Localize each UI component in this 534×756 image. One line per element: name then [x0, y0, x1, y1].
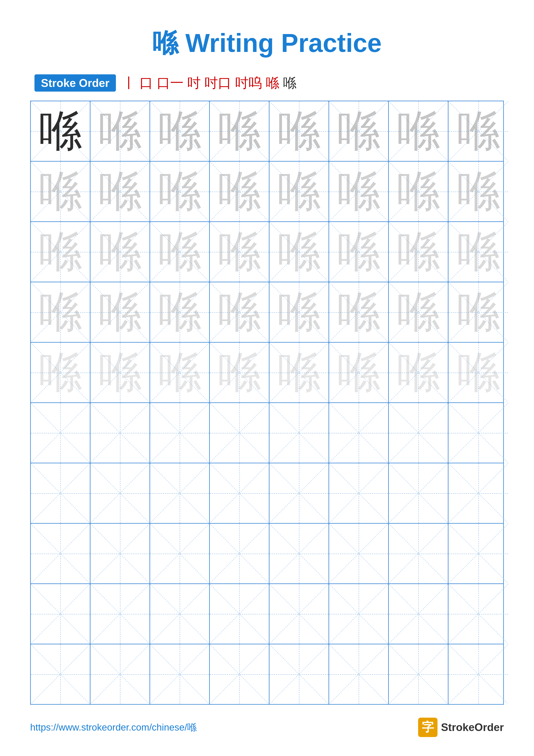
grid-cell-2-5[interactable]: 喺	[269, 162, 329, 221]
grid-cell-8-7[interactable]	[389, 524, 448, 583]
grid-cell-7-2[interactable]	[90, 463, 150, 523]
grid-cell-2-2[interactable]: 喺	[90, 162, 150, 221]
grid-cell-8-6[interactable]	[329, 524, 389, 583]
svg-line-133	[150, 584, 209, 644]
grid-cell-2-1[interactable]: 喺	[31, 162, 90, 221]
grid-cell-7-3[interactable]	[150, 463, 210, 523]
grid-cell-8-5[interactable]	[269, 524, 329, 583]
grid-cell-3-2[interactable]: 喺	[90, 222, 150, 282]
grid-cell-3-3[interactable]: 喺	[150, 222, 210, 282]
svg-line-102	[210, 463, 269, 523]
grid-cell-8-2[interactable]	[90, 524, 150, 583]
svg-line-81	[31, 403, 90, 463]
grid-cell-6-4[interactable]	[210, 403, 269, 463]
grid-cell-5-3[interactable]: 喺	[150, 343, 210, 402]
footer-url[interactable]: https://www.strokeorder.com/chinese/喺	[30, 721, 197, 734]
svg-line-118	[210, 524, 269, 583]
grid-cell-9-7[interactable]	[389, 584, 448, 644]
stroke-step-4: 吋	[188, 74, 201, 92]
grid-cell-5-2[interactable]: 喺	[90, 343, 150, 402]
grid-cell-9-3[interactable]	[150, 584, 210, 644]
grid-row-6	[31, 403, 503, 463]
svg-line-141	[389, 584, 448, 644]
svg-line-147	[90, 644, 149, 704]
svg-line-104	[269, 463, 328, 523]
grid-cell-2-7[interactable]: 喺	[389, 162, 448, 221]
grid-cell-4-8[interactable]: 喺	[448, 282, 508, 342]
logo-text: StrokeOrder	[441, 721, 504, 734]
grid-cell-4-1[interactable]: 喺	[31, 282, 90, 342]
grid-cell-9-4[interactable]	[210, 584, 269, 644]
grid-cell-4-7[interactable]: 喺	[389, 282, 448, 342]
grid-cell-7-1[interactable]	[31, 463, 90, 523]
grid-cell-2-6[interactable]: 喺	[329, 162, 389, 221]
grid-cell-3-1[interactable]: 喺	[31, 222, 90, 282]
grid-cell-9-5[interactable]	[269, 584, 329, 644]
grid-cell-2-8[interactable]: 喺	[448, 162, 508, 221]
grid-cell-4-2[interactable]: 喺	[90, 282, 150, 342]
grid-cell-10-2[interactable]	[90, 644, 150, 704]
grid-cell-5-5[interactable]: 喺	[269, 343, 329, 402]
svg-line-98	[90, 463, 149, 523]
grid-cell-1-4[interactable]: 喺	[210, 101, 269, 161]
grid-row-1: 喺 喺 喺 喺	[31, 101, 503, 162]
grid-cell-10-3[interactable]	[150, 644, 210, 704]
grid-cell-7-5[interactable]	[269, 463, 329, 523]
char-light: 喺	[98, 102, 141, 160]
grid-cell-2-3[interactable]: 喺	[150, 162, 210, 221]
grid-cell-6-2[interactable]	[90, 403, 150, 463]
grid-cell-5-8[interactable]: 喺	[448, 343, 508, 402]
grid-cell-1-8[interactable]: 喺	[448, 101, 508, 161]
grid-cell-5-6[interactable]: 喺	[329, 343, 389, 402]
grid-cell-4-6[interactable]: 喺	[329, 282, 389, 342]
grid-cell-10-7[interactable]	[389, 644, 448, 704]
grid-cell-6-1[interactable]	[31, 403, 90, 463]
grid-cell-10-4[interactable]	[210, 644, 269, 704]
grid-cell-10-5[interactable]	[269, 644, 329, 704]
grid-cell-1-1[interactable]: 喺	[31, 101, 90, 161]
grid-cell-8-8[interactable]	[448, 524, 508, 583]
svg-line-111	[448, 463, 508, 523]
grid-cell-5-7[interactable]: 喺	[389, 343, 448, 402]
grid-cell-8-3[interactable]	[150, 524, 210, 583]
grid-cell-10-1[interactable]	[31, 644, 90, 704]
svg-line-149	[150, 644, 209, 704]
grid-cell-5-1[interactable]: 喺	[31, 343, 90, 402]
grid-cell-8-4[interactable]	[210, 524, 269, 583]
grid-cell-5-4[interactable]: 喺	[210, 343, 269, 402]
grid-cell-9-2[interactable]	[90, 584, 150, 644]
svg-line-137	[269, 584, 328, 644]
grid-cell-2-4[interactable]: 喺	[210, 162, 269, 221]
grid-cell-3-7[interactable]: 喺	[389, 222, 448, 282]
grid-cell-7-8[interactable]	[448, 463, 508, 523]
grid-cell-7-7[interactable]	[389, 463, 448, 523]
grid-cell-6-3[interactable]	[150, 403, 210, 463]
grid-cell-4-3[interactable]: 喺	[150, 282, 210, 342]
grid-cell-3-4[interactable]: 喺	[210, 222, 269, 282]
grid-cell-1-2[interactable]: 喺	[90, 101, 150, 161]
grid-cell-3-5[interactable]: 喺	[269, 222, 329, 282]
grid-cell-6-5[interactable]	[269, 403, 329, 463]
grid-cell-7-4[interactable]	[210, 463, 269, 523]
stroke-order-badge: Stroke Order	[35, 74, 116, 92]
grid-cell-4-5[interactable]: 喺	[269, 282, 329, 342]
grid-cell-4-4[interactable]: 喺	[210, 282, 269, 342]
grid-cell-3-6[interactable]: 喺	[329, 222, 389, 282]
grid-row-8	[31, 524, 503, 584]
grid-cell-1-7[interactable]: 喺	[389, 101, 448, 161]
grid-cell-9-8[interactable]	[448, 584, 508, 644]
grid-cell-1-5[interactable]: 喺	[269, 101, 329, 161]
grid-cell-6-6[interactable]	[329, 403, 389, 463]
grid-cell-9-6[interactable]	[329, 584, 389, 644]
grid-cell-10-6[interactable]	[329, 644, 389, 704]
grid-cell-6-8[interactable]	[448, 403, 508, 463]
grid-cell-7-6[interactable]	[329, 463, 389, 523]
char-light: 喺	[397, 102, 440, 160]
grid-cell-1-3[interactable]: 喺	[150, 101, 210, 161]
grid-cell-6-7[interactable]	[389, 403, 448, 463]
grid-cell-1-6[interactable]: 喺	[329, 101, 389, 161]
grid-cell-9-1[interactable]	[31, 584, 90, 644]
grid-cell-10-8[interactable]	[448, 644, 508, 704]
grid-cell-8-1[interactable]	[31, 524, 90, 583]
grid-cell-3-8[interactable]: 喺	[448, 222, 508, 282]
